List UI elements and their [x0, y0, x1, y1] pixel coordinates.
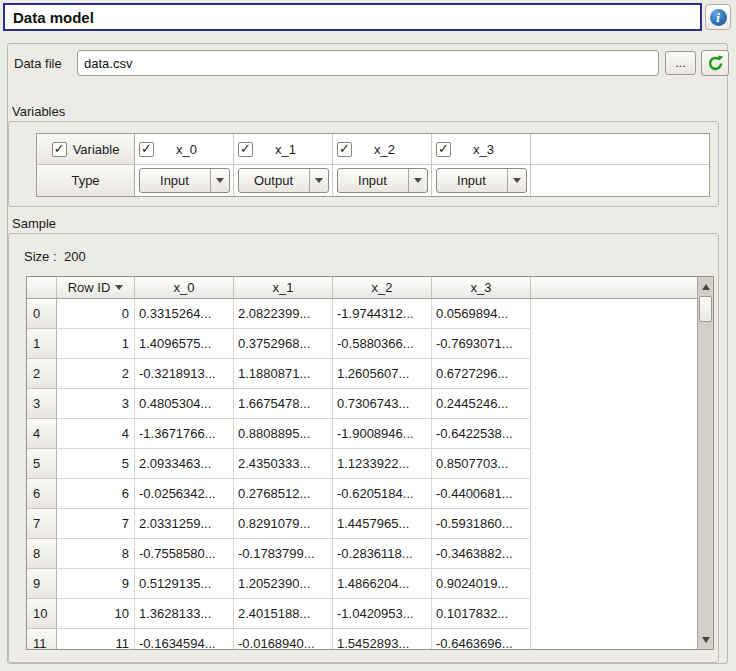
cell-x_3[interactable]: 0.6727296...: [432, 359, 531, 389]
variable-cell-x_0[interactable]: x_0: [135, 134, 234, 165]
row-number-cell[interactable]: 9: [27, 569, 57, 599]
checkbox-x_2[interactable]: [337, 142, 352, 157]
row-id-cell[interactable]: 0: [57, 299, 135, 329]
type-combo-x_3[interactable]: Input: [436, 168, 527, 193]
checkbox-x_1[interactable]: [238, 142, 253, 157]
cell-x_1[interactable]: 0.8808895...: [234, 419, 333, 449]
row-number-cell[interactable]: 4: [27, 419, 57, 449]
cell-x_1[interactable]: 1.6675478...: [234, 389, 333, 419]
row-id-cell[interactable]: 3: [57, 389, 135, 419]
table-row[interactable]: 9 9 0.5129135... 1.2052390... 1.4866204.…: [27, 569, 713, 599]
column-header-x_3[interactable]: x_3: [432, 277, 531, 298]
cell-x_1[interactable]: -0.1783799...: [234, 539, 333, 569]
table-row[interactable]: 7 7 2.0331259... 0.8291079... 1.4457965.…: [27, 509, 713, 539]
row-number-cell[interactable]: 6: [27, 479, 57, 509]
cell-x_2[interactable]: 1.4457965...: [333, 509, 432, 539]
row-id-cell[interactable]: 6: [57, 479, 135, 509]
cell-x_0[interactable]: 2.0933463...: [135, 449, 234, 479]
cell-x_3[interactable]: -0.5931860...: [432, 509, 531, 539]
column-header-row-id[interactable]: Row ID: [57, 277, 135, 298]
table-row[interactable]: 1 1 1.4096575... 0.3752968... -0.5880366…: [27, 329, 713, 359]
checkbox-x_3[interactable]: [436, 142, 451, 157]
table-row[interactable]: 5 5 2.0933463... 2.4350333... 1.1233922.…: [27, 449, 713, 479]
cell-x_2[interactable]: -0.5880366...: [333, 329, 432, 359]
variable-row-header[interactable]: Variable: [37, 134, 135, 165]
table-row[interactable]: 2 2 -0.3218913... 1.1880871... 1.2605607…: [27, 359, 713, 389]
type-combo-x_2[interactable]: Input: [337, 168, 428, 193]
data-file-input[interactable]: [77, 50, 659, 76]
cell-x_2[interactable]: -0.6205184...: [333, 479, 432, 509]
cell-x_0[interactable]: -1.3671766...: [135, 419, 234, 449]
cell-x_0[interactable]: 1.4096575...: [135, 329, 234, 359]
cell-x_1[interactable]: 2.4015188...: [234, 599, 333, 629]
row-id-cell[interactable]: 9: [57, 569, 135, 599]
cell-x_2[interactable]: 1.5452893...: [333, 629, 432, 650]
corner-header-cell[interactable]: [27, 277, 57, 298]
cell-x_0[interactable]: 1.3628133...: [135, 599, 234, 629]
row-number-cell[interactable]: 3: [27, 389, 57, 419]
cell-x_2[interactable]: -0.2836118...: [333, 539, 432, 569]
cell-x_0[interactable]: 2.0331259...: [135, 509, 234, 539]
table-row[interactable]: 0 0 0.3315264... 2.0822399... -1.9744312…: [27, 299, 713, 329]
vertical-scrollbar[interactable]: [697, 277, 713, 649]
variable-cell-x_3[interactable]: x_3: [432, 134, 531, 165]
table-row[interactable]: 4 4 -1.3671766... 0.8808895... -1.900894…: [27, 419, 713, 449]
row-id-cell[interactable]: 4: [57, 419, 135, 449]
row-number-cell[interactable]: 7: [27, 509, 57, 539]
cell-x_1[interactable]: -0.0168940...: [234, 629, 333, 650]
row-id-cell[interactable]: 2: [57, 359, 135, 389]
cell-x_1[interactable]: 2.0822399...: [234, 299, 333, 329]
cell-x_1[interactable]: 0.3752968...: [234, 329, 333, 359]
table-row[interactable]: 6 6 -0.0256342... 0.2768512... -0.620518…: [27, 479, 713, 509]
row-number-cell[interactable]: 5: [27, 449, 57, 479]
cell-x_2[interactable]: 1.1233922...: [333, 449, 432, 479]
cell-x_3[interactable]: -0.3463882...: [432, 539, 531, 569]
row-id-cell[interactable]: 1: [57, 329, 135, 359]
cell-x_2[interactable]: -1.0420953...: [333, 599, 432, 629]
variable-cell-x_1[interactable]: x_1: [234, 134, 333, 165]
table-row[interactable]: 11 11 -0.1634594... -0.0168940... 1.5452…: [27, 629, 713, 650]
cell-x_1[interactable]: 1.2052390...: [234, 569, 333, 599]
combo-arrow-box[interactable]: [408, 169, 427, 192]
cell-x_3[interactable]: 0.0569894...: [432, 299, 531, 329]
cell-x_0[interactable]: -0.7558580...: [135, 539, 234, 569]
browse-button[interactable]: ...: [665, 51, 696, 75]
cell-x_0[interactable]: -0.0256342...: [135, 479, 234, 509]
cell-x_0[interactable]: 0.3315264...: [135, 299, 234, 329]
column-header-x_0[interactable]: x_0: [135, 277, 234, 298]
table-row[interactable]: 8 8 -0.7558580... -0.1783799... -0.28361…: [27, 539, 713, 569]
combo-arrow-box[interactable]: [210, 169, 229, 192]
row-number-cell[interactable]: 11: [27, 629, 57, 650]
cell-x_3[interactable]: 0.1017832...: [432, 599, 531, 629]
cell-x_3[interactable]: -0.7693071...: [432, 329, 531, 359]
cell-x_2[interactable]: -1.9008946...: [333, 419, 432, 449]
cell-x_2[interactable]: 0.7306743...: [333, 389, 432, 419]
type-combo-x_1[interactable]: Output: [238, 168, 329, 193]
variable-cell-x_2[interactable]: x_2: [333, 134, 432, 165]
row-id-cell[interactable]: 8: [57, 539, 135, 569]
cell-x_3[interactable]: 0.2445246...: [432, 389, 531, 419]
cell-x_0[interactable]: 0.4805304...: [135, 389, 234, 419]
row-number-cell[interactable]: 10: [27, 599, 57, 629]
scroll-up-button[interactable]: [698, 278, 713, 295]
variable-all-checkbox[interactable]: [52, 142, 67, 157]
cell-x_3[interactable]: 0.8507703...: [432, 449, 531, 479]
cell-x_2[interactable]: 1.2605607...: [333, 359, 432, 389]
refresh-button[interactable]: [701, 50, 729, 76]
table-row[interactable]: 10 10 1.3628133... 2.4015188... -1.04209…: [27, 599, 713, 629]
column-header-x_2[interactable]: x_2: [333, 277, 432, 298]
scrollbar-thumb[interactable]: [699, 296, 712, 322]
combo-arrow-box[interactable]: [309, 169, 328, 192]
column-header-x_1[interactable]: x_1: [234, 277, 333, 298]
row-id-cell[interactable]: 10: [57, 599, 135, 629]
table-row[interactable]: 3 3 0.4805304... 1.6675478... 0.7306743.…: [27, 389, 713, 419]
cell-x_1[interactable]: 0.8291079...: [234, 509, 333, 539]
cell-x_1[interactable]: 2.4350333...: [234, 449, 333, 479]
combo-arrow-box[interactable]: [507, 169, 526, 192]
cell-x_0[interactable]: -0.1634594...: [135, 629, 234, 650]
info-button[interactable]: i: [705, 4, 731, 30]
cell-x_1[interactable]: 0.2768512...: [234, 479, 333, 509]
cell-x_0[interactable]: -0.3218913...: [135, 359, 234, 389]
row-number-cell[interactable]: 0: [27, 299, 57, 329]
checkbox-x_0[interactable]: [139, 142, 154, 157]
